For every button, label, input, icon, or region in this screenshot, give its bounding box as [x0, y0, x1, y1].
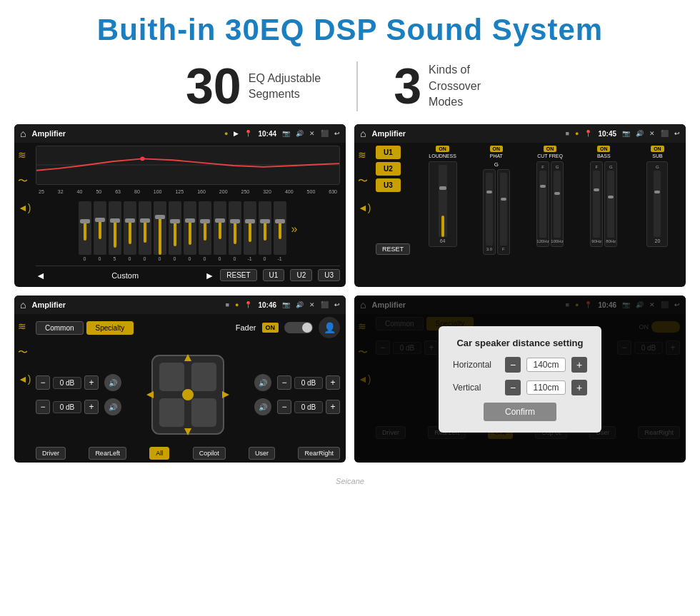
- home-icon[interactable]: ⌂: [20, 128, 26, 139]
- wave-icon-2[interactable]: 〜: [358, 175, 371, 188]
- dialog-horizontal-row: Horizontal − 140cm +: [453, 357, 587, 373]
- eq-icon[interactable]: ≋: [18, 149, 31, 161]
- volume-left-icon-3[interactable]: ◄): [18, 373, 31, 385]
- topbar-3: ⌂ Amplifier ■ ● 📍 10:46 📷 🔊 ✕ ⬛ ↩: [14, 296, 346, 314]
- btn-copilot[interactable]: Copilot: [193, 447, 226, 460]
- phat-on[interactable]: ON: [490, 146, 504, 152]
- btn-rearleft[interactable]: RearLeft: [89, 447, 126, 460]
- loudness-slider[interactable]: 64: [429, 161, 457, 247]
- close-icon[interactable]: ✕: [309, 130, 315, 137]
- fader-slider[interactable]: [284, 322, 313, 333]
- back-icon-3[interactable]: ↩: [334, 301, 340, 308]
- eq-icon-2[interactable]: ≋: [358, 149, 371, 161]
- db-minus-tr[interactable]: −: [277, 375, 291, 390]
- volume-icon-3[interactable]: 🔊: [296, 301, 304, 308]
- db-minus-bl[interactable]: −: [36, 400, 50, 414]
- eq-slider-5: 0: [139, 201, 151, 261]
- volume-icon[interactable]: 🔊: [296, 130, 304, 137]
- eq-icon-3[interactable]: ≋: [18, 320, 31, 332]
- screen-distance: ⌂ Amplifier ■ ● 📍 10:46 📷 🔊 ✕ ⬛ ↩ ≋ 〜 ◄)…: [354, 296, 686, 463]
- db-value-bl: 0 dB: [53, 401, 81, 413]
- preset-u3[interactable]: U3: [376, 178, 401, 192]
- home-icon-3[interactable]: ⌂: [20, 299, 26, 310]
- loudness-fill: [441, 216, 444, 237]
- screen-eq: ⌂ Amplifier ● ▶ 📍 10:44 📷 🔊 ✕ ⬛ ↩ ≋ 〜 ◄): [14, 124, 346, 287]
- car-svg: [145, 348, 231, 441]
- next-btn[interactable]: ►: [204, 270, 214, 281]
- topbar-2-title: Amplifier: [371, 129, 559, 138]
- dialog-horizontal-plus[interactable]: +: [571, 357, 587, 373]
- eq-slider-14: -1: [274, 201, 286, 261]
- speaker-left-icons: ≋ 〜 ◄): [18, 320, 31, 385]
- volume-left-icon-2[interactable]: ◄): [358, 202, 371, 213]
- camera-icon-3[interactable]: 📷: [282, 301, 290, 308]
- channel-bass: ON BASS F 90Hz G: [579, 146, 629, 255]
- topbar-3-title: Amplifier: [31, 301, 219, 309]
- btn-rearright[interactable]: RearRight: [298, 447, 340, 460]
- btn-driver[interactable]: Driver: [36, 447, 66, 460]
- minimize-icon[interactable]: ⬛: [321, 130, 329, 137]
- eq-slider-10: 0: [214, 201, 226, 261]
- loudness-handle[interactable]: [439, 186, 446, 190]
- preset-u1[interactable]: U1: [376, 146, 401, 159]
- eq-slider-2: 0: [94, 201, 106, 261]
- screen-speaker: ⌂ Amplifier ■ ● 📍 10:46 📷 🔊 ✕ ⬛ ↩ ≋ 〜 ◄)…: [14, 296, 346, 463]
- u3-btn[interactable]: U3: [318, 269, 340, 281]
- fader-on-toggle[interactable]: ON: [262, 323, 279, 333]
- eq-slider-8: 0: [184, 201, 196, 261]
- tab-specialty[interactable]: Specialty: [86, 321, 134, 335]
- btn-all[interactable]: All: [149, 447, 169, 460]
- close-icon-3[interactable]: ✕: [309, 301, 315, 308]
- db-value-tr: 0 dB: [294, 377, 323, 389]
- btn-user[interactable]: User: [249, 447, 275, 460]
- back-icon[interactable]: ↩: [334, 130, 340, 137]
- db-value-tl: 0 dB: [53, 377, 81, 389]
- eq-freq-labels: 25 32 40 50 63 80 100 125 160 200 250 32…: [36, 189, 340, 194]
- tab-common[interactable]: Common: [36, 321, 84, 335]
- db-minus-tl[interactable]: −: [36, 375, 50, 390]
- dialog-horizontal-minus[interactable]: −: [505, 357, 521, 373]
- loudness-on[interactable]: ON: [436, 146, 449, 152]
- camera-icon[interactable]: 📷: [282, 130, 290, 137]
- sub-on[interactable]: ON: [651, 146, 664, 152]
- back-icon-2[interactable]: ↩: [674, 130, 680, 137]
- volume-left-icon[interactable]: ◄): [18, 202, 31, 213]
- volume-icon-2[interactable]: 🔊: [636, 130, 644, 137]
- play-icon[interactable]: ▶: [234, 130, 239, 137]
- close-icon-2[interactable]: ✕: [649, 130, 655, 137]
- dialog-horizontal-label: Horizontal: [453, 360, 499, 370]
- db-plus-tl[interactable]: +: [84, 375, 99, 390]
- minimize-icon-2[interactable]: ⬛: [661, 130, 669, 137]
- svg-rect-6: [159, 398, 184, 427]
- db-plus-br[interactable]: +: [326, 400, 340, 414]
- dialog-vertical-plus[interactable]: +: [571, 380, 587, 395]
- home-icon-2[interactable]: ⌂: [360, 128, 366, 139]
- camera-icon-2[interactable]: 📷: [622, 130, 630, 137]
- channel-loudness: ON LOUDNESS 64: [417, 146, 468, 255]
- dialog-confirm-btn[interactable]: Confirm: [484, 403, 556, 421]
- crossover-reset[interactable]: RESET: [376, 243, 410, 255]
- eq-slider-11: 0: [229, 201, 241, 261]
- more-icon[interactable]: »: [291, 223, 298, 236]
- prev-btn[interactable]: ◄: [36, 270, 46, 281]
- minimize-icon-3[interactable]: ⬛: [321, 301, 329, 308]
- dialog-vertical-minus[interactable]: −: [505, 380, 521, 395]
- preset-u2[interactable]: U2: [376, 162, 401, 176]
- stats-row: 30 EQ Adjustable Segments 3 Kinds of Cro…: [0, 54, 700, 124]
- u2-btn[interactable]: U2: [290, 269, 312, 281]
- wave-icon-3[interactable]: 〜: [18, 346, 31, 359]
- eq-content: 25 32 40 50 63 80 100 125 160 200 250 32…: [14, 143, 346, 287]
- cutfreq-on[interactable]: ON: [544, 146, 557, 152]
- fader-label: Fader: [236, 323, 256, 332]
- u1-btn[interactable]: U1: [263, 269, 285, 281]
- sub-slider[interactable]: G 20: [646, 161, 668, 247]
- db-plus-bl[interactable]: +: [84, 400, 99, 414]
- speaker-icon-tr: 🔊: [254, 374, 271, 391]
- bass-on[interactable]: ON: [597, 146, 611, 152]
- reset-btn[interactable]: RESET: [220, 269, 256, 281]
- wave-icon[interactable]: 〜: [18, 175, 31, 188]
- db-minus-br[interactable]: −: [277, 400, 291, 414]
- stat-crossover-number: 3: [394, 61, 421, 111]
- db-plus-tr[interactable]: +: [326, 375, 340, 390]
- speaker-icon-tl: 🔊: [104, 374, 121, 391]
